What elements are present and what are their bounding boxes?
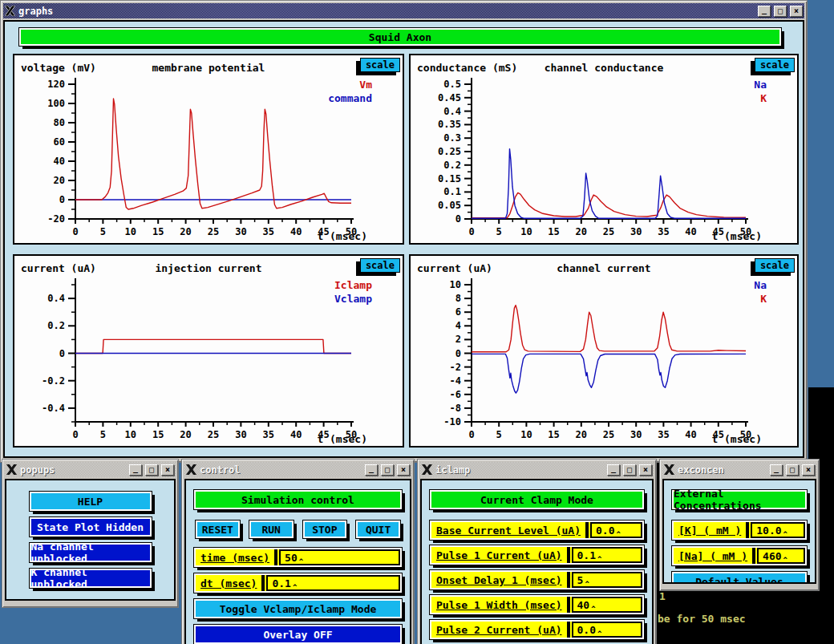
svg-text:40: 40 <box>54 156 65 167</box>
popups-titlebar[interactable]: popups _ □ × <box>5 462 176 477</box>
close-icon[interactable]: × <box>161 464 174 476</box>
svg-text:0: 0 <box>455 213 461 225</box>
maximize-button[interactable]: □ <box>786 464 799 476</box>
chart-title: injection current <box>14 262 403 274</box>
svg-text:0.2: 0.2 <box>47 320 65 331</box>
minimize-button[interactable]: _ <box>365 464 378 476</box>
default-values-button[interactable]: Default Values <box>672 572 807 584</box>
maximize-button[interactable]: □ <box>623 464 636 476</box>
text-cursor-icon: ^ <box>783 530 787 538</box>
k-concentration-input[interactable]: 10.0^ <box>751 522 805 538</box>
svg-text:0: 0 <box>72 429 78 440</box>
svg-text:60: 60 <box>54 136 65 148</box>
maximize-button[interactable]: □ <box>145 464 158 476</box>
svg-text:0.3: 0.3 <box>443 132 461 144</box>
svg-text:25: 25 <box>208 226 219 237</box>
minimize-button[interactable]: _ <box>770 464 783 476</box>
field-label: Onset Delay 1 (msec) <box>431 572 567 588</box>
scale-button[interactable]: scale <box>360 258 400 273</box>
svg-text:8: 8 <box>455 293 461 304</box>
svg-text:0.05: 0.05 <box>438 200 461 211</box>
pulse1-current-field: Pulse 1 Current (uA) 0.1^ <box>430 545 644 565</box>
state-plot-button[interactable]: State Plot Hidden <box>30 517 152 537</box>
maximize-button[interactable]: □ <box>381 464 394 476</box>
pulse1-width-input[interactable]: 40^ <box>572 597 642 613</box>
svg-text:0: 0 <box>59 194 65 205</box>
field-separator <box>567 622 570 638</box>
svg-text:10: 10 <box>520 226 532 237</box>
terminal-text-line: 1 <box>659 590 666 602</box>
base-current-input[interactable]: 0.0^ <box>590 522 642 538</box>
text-cursor-icon: ^ <box>585 580 589 588</box>
svg-text:35: 35 <box>658 429 669 440</box>
terminal-text-line: be for 50 msec <box>658 613 746 625</box>
x-axis-title: t (msec) <box>317 230 367 242</box>
squid-axon-banner[interactable]: Squid Axon <box>19 28 781 46</box>
iclamp-titlebar[interactable]: iclamp _ □ × <box>420 462 654 477</box>
time-input[interactable]: 50^ <box>279 549 400 565</box>
text-cursor-icon: ^ <box>597 555 601 563</box>
field-separator <box>746 522 749 538</box>
control-titlebar[interactable]: control _ □ × <box>184 462 411 477</box>
field-label: [Na] ( mM ) <box>674 548 752 564</box>
window-title: control <box>200 464 241 476</box>
svg-text:-0.2: -0.2 <box>42 375 65 387</box>
minimize-button[interactable]: _ <box>758 6 771 17</box>
pulse2-current-input[interactable]: 0.0^ <box>572 622 642 638</box>
overlay-button[interactable]: Overlay OFF <box>194 625 402 644</box>
x-window-logo-icon <box>422 464 432 475</box>
simulation-control-banner: Simulation control <box>194 490 402 509</box>
x-window-logo-icon <box>186 464 196 475</box>
svg-text:25: 25 <box>603 429 614 440</box>
toggle-clamp-mode-button[interactable]: Toggle Vclamp/Iclamp Mode <box>194 599 402 618</box>
pulse1-current-input[interactable]: 0.1^ <box>572 547 642 563</box>
field-separator <box>567 597 570 613</box>
reset-button[interactable]: RESET <box>196 520 240 538</box>
field-label: Base Current Level (uA) <box>431 522 585 538</box>
x-axis-title: t (msec) <box>711 433 762 445</box>
svg-text:5: 5 <box>496 429 502 440</box>
na-concentration-input[interactable]: 460^ <box>757 548 805 564</box>
svg-text:0: 0 <box>72 226 78 237</box>
graphs-titlebar[interactable]: graphs _ □ × <box>3 3 804 18</box>
window-iclamp: iclamp _ □ × Current Clamp Mode Base Cur… <box>417 459 657 644</box>
field-label: Pulse 2 Current (uA) <box>431 622 567 638</box>
field-label: Pulse 1 Width (msec) <box>431 597 567 613</box>
svg-text:-10: -10 <box>443 416 461 427</box>
svg-text:100: 100 <box>47 98 65 109</box>
close-icon[interactable]: × <box>639 464 652 476</box>
scale-button[interactable]: scale <box>755 258 795 273</box>
text-cursor-icon: ^ <box>783 556 787 564</box>
run-button[interactable]: RUN <box>249 520 294 538</box>
field-label: time (msec) <box>196 549 274 565</box>
scale-button[interactable]: scale <box>360 58 400 72</box>
svg-text:0: 0 <box>59 348 65 359</box>
help-button[interactable]: HELP <box>30 492 152 511</box>
svg-text:0.25: 0.25 <box>438 146 461 157</box>
svg-text:5: 5 <box>100 429 106 440</box>
text-cursor-icon: ^ <box>299 557 303 565</box>
stop-button[interactable]: STOP <box>303 520 347 538</box>
close-icon[interactable]: × <box>397 464 410 476</box>
popups-content: HELP State Plot Hidden Na channel unbloc… <box>5 479 176 601</box>
minimize-button[interactable]: _ <box>607 464 620 476</box>
window-title: iclamp <box>435 464 470 476</box>
chart-legend: Na K <box>754 278 767 306</box>
svg-text:0.35: 0.35 <box>438 119 461 130</box>
close-icon[interactable]: × <box>790 6 803 17</box>
scale-button[interactable]: scale <box>755 58 795 72</box>
quit-button[interactable]: QUIT <box>356 520 400 538</box>
minimize-button[interactable]: _ <box>129 464 142 476</box>
svg-text:35: 35 <box>263 429 274 440</box>
na-concentration-field: [Na] ( mM ) 460^ <box>672 546 807 565</box>
exconcen-titlebar[interactable]: exconcen _ □ × <box>662 462 816 477</box>
svg-text:35: 35 <box>263 226 274 237</box>
svg-text:40: 40 <box>685 226 696 237</box>
maximize-button[interactable]: □ <box>774 6 787 17</box>
onset-delay1-input[interactable]: 5^ <box>572 572 642 588</box>
na-channel-block-button[interactable]: Na channel unblocked <box>30 543 152 562</box>
dt-input[interactable]: 0.1^ <box>266 575 400 591</box>
k-channel-block-button[interactable]: K channel unblocked <box>30 569 152 588</box>
close-icon[interactable]: × <box>802 464 815 476</box>
iclamp-content: Current Clamp Mode Base Current Level (u… <box>420 479 654 644</box>
